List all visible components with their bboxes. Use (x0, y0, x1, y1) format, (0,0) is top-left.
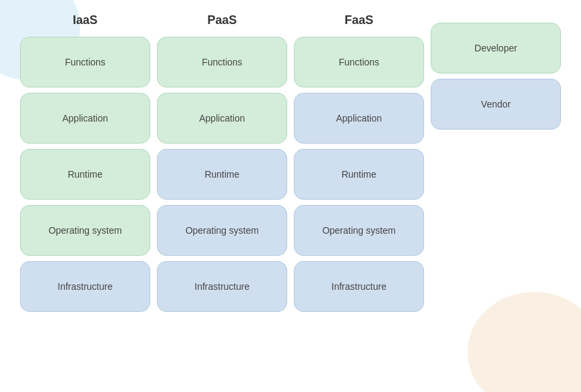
cell-3-1: Vendor (431, 79, 561, 130)
cell-0-4: Infrastructure (20, 261, 150, 312)
column-1: PaaSFunctionsApplicationRuntimeOperating… (157, 13, 287, 317)
comparison-grid: IaaSFunctionsApplicationRuntimeOperating… (20, 13, 561, 317)
cell-2-0: Functions (294, 37, 424, 87)
cell-0-2: Runtime (20, 149, 150, 200)
cell-0-0: Functions (20, 37, 150, 87)
cell-2-1: Application (294, 93, 424, 144)
cell-2-4: Infrastructure (294, 261, 424, 312)
column-header-2: FaaS (345, 13, 373, 27)
cell-1-1: Application (157, 93, 287, 144)
cell-3-0: Developer (431, 23, 561, 73)
cell-3-4 (431, 247, 561, 298)
column-0: IaaSFunctionsApplicationRuntimeOperating… (20, 13, 150, 317)
cell-2-2: Runtime (294, 149, 424, 200)
cell-2-3: Operating system (294, 205, 424, 256)
cell-3-3 (431, 191, 561, 242)
column-3: DeveloperVendor (431, 13, 561, 303)
cell-1-4: Infrastructure (157, 261, 287, 312)
cell-0-1: Application (20, 93, 150, 144)
cell-1-3: Operating system (157, 205, 287, 256)
cell-1-2: Runtime (157, 149, 287, 200)
cell-1-0: Functions (157, 37, 287, 87)
column-2: FaaSFunctionsApplicationRuntimeOperating… (294, 13, 424, 317)
cell-3-2 (431, 135, 561, 186)
column-header-1: PaaS (207, 13, 236, 27)
main-content: IaaSFunctionsApplicationRuntimeOperating… (0, 0, 581, 392)
column-header-0: IaaS (73, 13, 98, 27)
cell-0-3: Operating system (20, 205, 150, 256)
